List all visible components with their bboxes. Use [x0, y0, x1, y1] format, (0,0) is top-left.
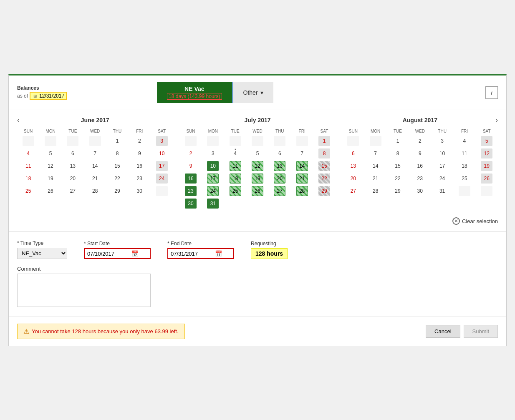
table-row[interactable]: 12: [481, 148, 492, 158]
table-row[interactable]: 28: [89, 186, 101, 196]
end-date-input-box[interactable]: 📅: [167, 248, 234, 259]
table-row[interactable]: 3: [437, 136, 448, 146]
comment-textarea[interactable]: [17, 274, 151, 307]
table-row[interactable]: 2: [134, 136, 145, 146]
table-row[interactable]: [45, 136, 56, 146]
table-row[interactable]: 26: [45, 186, 56, 196]
table-row[interactable]: 6: [67, 148, 78, 158]
table-row[interactable]: 12: [252, 161, 263, 171]
table-row[interactable]: 31: [207, 199, 219, 209]
table-row[interactable]: 20: [274, 174, 285, 184]
table-row[interactable]: 12: [45, 161, 56, 171]
table-row[interactable]: 10: [437, 148, 448, 158]
table-row[interactable]: 5: [481, 136, 492, 146]
time-type-select[interactable]: NE_Vac: [17, 248, 67, 259]
table-row[interactable]: 9: [414, 148, 426, 158]
table-row[interactable]: 31: [437, 186, 448, 196]
table-row[interactable]: 21: [370, 174, 381, 184]
table-row[interactable]: 27: [67, 186, 78, 196]
table-row[interactable]: 22: [318, 174, 330, 184]
table-row[interactable]: 10: [156, 148, 168, 158]
table-row[interactable]: 8: [318, 148, 330, 158]
table-row[interactable]: 2: [414, 136, 426, 146]
table-row[interactable]: 11: [23, 161, 34, 171]
table-row[interactable]: [67, 136, 78, 146]
table-row[interactable]: 14: [89, 161, 101, 171]
table-row[interactable]: 30: [134, 186, 145, 196]
table-row[interactable]: 25: [23, 186, 34, 196]
table-row[interactable]: 21: [296, 174, 308, 184]
prev-month-button[interactable]: ‹: [17, 116, 19, 124]
table-row[interactable]: 4: [459, 136, 470, 146]
table-row[interactable]: 3: [156, 136, 168, 146]
tab-other[interactable]: Other ▾: [232, 82, 273, 103]
table-row[interactable]: 17: [156, 161, 168, 171]
table-row[interactable]: 18: [23, 174, 34, 184]
table-row[interactable]: 16: [134, 161, 145, 171]
table-row[interactable]: [347, 136, 359, 146]
next-month-button[interactable]: ›: [496, 116, 498, 124]
table-row[interactable]: 3: [207, 148, 219, 158]
table-row[interactable]: 17: [207, 174, 219, 184]
table-row[interactable]: 14: [370, 161, 381, 171]
table-row[interactable]: 17: [437, 161, 448, 171]
table-row[interactable]: 8: [392, 148, 404, 158]
table-row[interactable]: [156, 186, 168, 196]
table-row[interactable]: 13: [274, 161, 285, 171]
table-row[interactable]: 27: [274, 186, 285, 196]
table-row[interactable]: [252, 136, 263, 146]
clear-selection-button[interactable]: ✕ Clear selection: [452, 217, 498, 225]
table-row[interactable]: [296, 136, 308, 146]
table-row[interactable]: 25: [230, 186, 241, 196]
end-date-input[interactable]: [171, 251, 212, 257]
as-of-date-box[interactable]: ⊞ 12/31/2017: [30, 92, 67, 100]
table-row[interactable]: [459, 186, 470, 196]
table-row[interactable]: 23: [134, 174, 145, 184]
table-row[interactable]: 28: [296, 186, 308, 196]
table-row[interactable]: 29: [318, 186, 330, 196]
table-row[interactable]: 15: [318, 161, 330, 171]
table-row[interactable]: 23: [185, 186, 197, 196]
table-row[interactable]: 24: [207, 186, 219, 196]
table-row[interactable]: 15: [111, 161, 123, 171]
table-row[interactable]: [89, 136, 101, 146]
table-row[interactable]: 28: [370, 186, 381, 196]
table-row[interactable]: 26: [252, 186, 263, 196]
start-date-input[interactable]: [87, 251, 129, 257]
table-row[interactable]: 7: [296, 148, 308, 158]
table-row[interactable]: 16: [414, 161, 426, 171]
table-row[interactable]: 29: [111, 186, 123, 196]
table-row[interactable]: 20: [347, 174, 359, 184]
table-row[interactable]: 1: [318, 136, 330, 146]
table-row[interactable]: 24: [437, 174, 448, 184]
table-row[interactable]: 9: [185, 161, 197, 171]
start-date-input-box[interactable]: 📅: [84, 248, 151, 259]
table-row[interactable]: 13: [347, 161, 359, 171]
table-row[interactable]: 7: [89, 148, 101, 158]
info-button[interactable]: i: [485, 86, 498, 99]
table-row[interactable]: 10: [207, 161, 219, 171]
table-row[interactable]: [481, 186, 492, 196]
table-row[interactable]: 25: [459, 174, 470, 184]
table-row[interactable]: [274, 136, 285, 146]
table-row[interactable]: 7: [370, 148, 381, 158]
table-row[interactable]: 16: [185, 174, 197, 184]
table-row[interactable]: [230, 136, 241, 146]
table-row[interactable]: 30: [185, 199, 197, 209]
table-row[interactable]: 4: [23, 148, 34, 158]
table-row[interactable]: 5: [252, 148, 263, 158]
table-row[interactable]: 14: [296, 161, 308, 171]
table-row[interactable]: 2: [185, 148, 197, 158]
table-row[interactable]: 29: [392, 186, 404, 196]
table-row[interactable]: 5: [45, 148, 56, 158]
tab-ne-vac[interactable]: NE Vac 18 days (143.99 hours): [157, 82, 232, 103]
table-row[interactable]: 6: [274, 148, 285, 158]
cancel-button[interactable]: Cancel: [426, 325, 460, 338]
table-row[interactable]: [185, 136, 197, 146]
table-row[interactable]: 23: [414, 174, 426, 184]
table-row[interactable]: 21: [89, 174, 101, 184]
table-row[interactable]: 1: [111, 136, 123, 146]
table-row[interactable]: 22: [111, 174, 123, 184]
table-row[interactable]: 24: [156, 174, 168, 184]
table-row[interactable]: 26: [481, 174, 492, 184]
